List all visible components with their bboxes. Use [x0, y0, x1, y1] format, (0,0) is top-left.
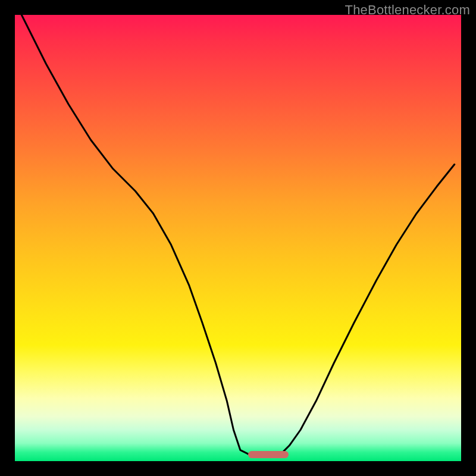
chart-frame: TheBottlenecker.com — [0, 0, 476, 476]
bottleneck-curve — [15, 15, 461, 461]
plot-area — [15, 15, 461, 461]
optimal-marker — [248, 451, 289, 458]
watermark-text: TheBottlenecker.com — [345, 2, 470, 18]
